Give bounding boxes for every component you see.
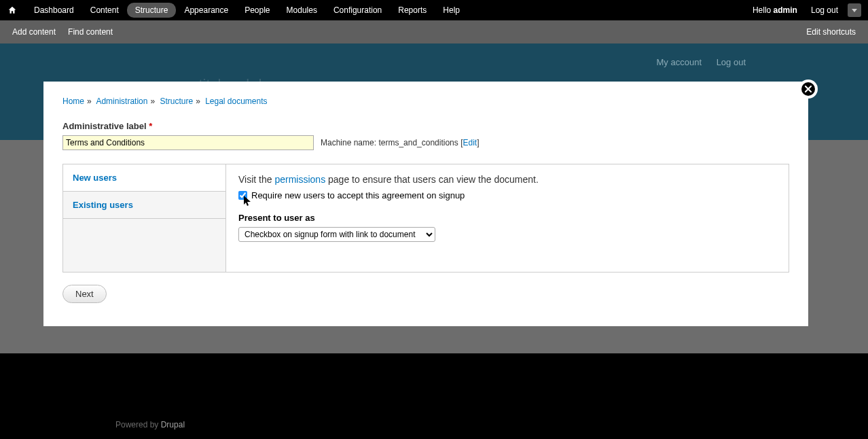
breadcrumb: Home» Administration» Structure» Legal d… [62, 96, 789, 106]
menu-modules[interactable]: Modules [278, 3, 325, 18]
user-links: My account Log out [645, 57, 746, 67]
shortcut-find-content[interactable]: Find content [68, 27, 113, 37]
close-icon[interactable] [799, 80, 818, 99]
toolbar-logout[interactable]: Log out [807, 3, 842, 18]
admin-toolbar: Dashboard Content Structure Appearance P… [0, 0, 868, 20]
require-signup-checkbox[interactable] [238, 191, 247, 200]
home-icon[interactable] [7, 5, 18, 16]
menu-people[interactable]: People [236, 3, 278, 18]
present-as-label: Present to user as [238, 213, 776, 223]
logout-link[interactable]: Log out [717, 57, 746, 67]
edit-shortcuts[interactable]: Edit shortcuts [806, 27, 856, 37]
admin-label-input[interactable] [62, 135, 314, 150]
require-signup-row[interactable]: Require new users to accept this agreeme… [238, 190, 776, 200]
admin-label: Administrative label * [62, 121, 789, 131]
machine-name-edit[interactable]: Edit [463, 138, 477, 147]
shortcut-add-content[interactable]: Add content [12, 27, 56, 37]
my-account-link[interactable]: My account [657, 57, 702, 67]
toolbar-toggle[interactable] [848, 3, 861, 17]
tab-new-users[interactable]: New users [63, 164, 225, 192]
menu-configuration[interactable]: Configuration [325, 3, 390, 18]
permissions-hint: Visit the permissions page to ensure tha… [238, 174, 776, 185]
menu-reports[interactable]: Reports [390, 3, 435, 18]
vertical-tabs: New users Existing users Visit the permi… [62, 164, 789, 273]
drupal-link[interactable]: Drupal [161, 420, 185, 429]
crumb-legal-documents[interactable]: Legal documents [205, 96, 267, 106]
machine-name-text: Machine name: terms_and_conditions [Edit… [321, 138, 480, 147]
permissions-link[interactable]: permissions [274, 174, 325, 185]
powered-by: Powered by Drupal [115, 420, 185, 429]
footer: Powered by Drupal [0, 353, 868, 439]
menu-dashboard[interactable]: Dashboard [26, 3, 82, 18]
menu-help[interactable]: Help [435, 3, 468, 18]
hello-user: Hello admin [753, 5, 797, 15]
crumb-home[interactable]: Home [62, 96, 84, 106]
menu-structure[interactable]: Structure [127, 3, 177, 18]
crumb-administration[interactable]: Administration [96, 96, 147, 106]
shortcut-bar: Add content Find content Edit shortcuts [0, 20, 868, 43]
present-as-select[interactable]: Checkbox on signup form with link to doc… [238, 227, 435, 242]
require-signup-label: Require new users to accept this agreeme… [251, 190, 465, 200]
menu-content[interactable]: Content [82, 3, 127, 18]
next-button[interactable]: Next [62, 285, 107, 303]
tab-existing-users[interactable]: Existing users [63, 192, 225, 219]
tab-pane-new-users: Visit the permissions page to ensure tha… [226, 164, 789, 272]
menu-appearance[interactable]: Appearance [176, 3, 236, 18]
overlay-panel: Home» Administration» Structure» Legal d… [43, 82, 808, 326]
crumb-structure[interactable]: Structure [160, 96, 193, 106]
